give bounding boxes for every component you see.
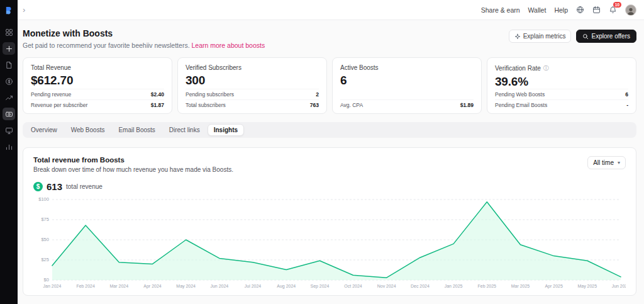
app-window: › Share & earn Wallet Help 10 [0, 0, 644, 304]
stat-label: Verified Subscribers [186, 64, 319, 71]
tabs-bar: Overview Web Boosts Email Boosts Direct … [23, 122, 636, 138]
main-column: › Share & earn Wallet Help 10 [18, 0, 644, 304]
stat-card-active-boosts: Active Boosts 6 Avg. CPA$1.89 [332, 57, 482, 114]
reports-bar-chart-icon[interactable] [3, 140, 15, 153]
stat-row: Total subscribers763 [186, 99, 319, 110]
total-revenue-row: $ 613 total revenue [33, 181, 626, 192]
explore-offers-label: Explore offers [591, 33, 630, 40]
total-revenue-value: 613 [47, 181, 62, 192]
share-earn-link[interactable]: Share & earn [481, 6, 520, 14]
svg-text:Jun 2025: Jun 2025 [612, 284, 626, 288]
svg-text:$75: $75 [41, 217, 48, 222]
chart-card-title: Total revenue from Boosts [33, 156, 233, 164]
notifications-button[interactable]: 10 [609, 6, 617, 14]
stat-rows: Pending Web Boosts6 Pending Email Boosts… [495, 89, 628, 110]
svg-text:Feb 2025: Feb 2025 [478, 284, 497, 288]
tab-direct-links[interactable]: Direct links [163, 124, 206, 136]
plus-icon [5, 45, 13, 53]
page-subtitle-text: Get paid to recommend your favorite beeh… [23, 42, 190, 49]
tab-insights[interactable]: Insights [208, 124, 244, 136]
stat-card-total-revenue: Total Revenue $612.70 Pending revenue$2.… [23, 57, 172, 114]
chart-card-header: Total revenue from Boosts Break down ove… [33, 156, 626, 173]
page-subtitle: Get paid to recommend your favorite beeh… [23, 42, 265, 49]
content-area: Monetize with Boosts Get paid to recomme… [18, 20, 644, 304]
tab-overview[interactable]: Overview [25, 124, 64, 136]
stat-value: 6 [340, 74, 474, 87]
svg-text:$50: $50 [41, 237, 48, 242]
svg-text:Jan 2024: Jan 2024 [43, 284, 62, 288]
explain-metrics-label: Explain metrics [523, 33, 566, 40]
chart-card-titles: Total revenue from Boosts Break down ove… [33, 156, 233, 173]
stat-row: Pending Web Boosts6 [495, 89, 628, 99]
chart-card-subtitle: Break down over time of how much revenue… [33, 166, 233, 173]
svg-text:$25: $25 [41, 257, 48, 262]
calendar-icon [592, 6, 601, 14]
dashboard-grid-icon[interactable] [3, 26, 15, 38]
svg-text:Mar 2024: Mar 2024 [110, 284, 129, 288]
svg-text:May 2025: May 2025 [578, 284, 597, 289]
svg-text:Aug 2024: Aug 2024 [277, 284, 296, 289]
stats-row: Total Revenue $612.70 Pending revenue$2.… [23, 57, 636, 114]
tab-email-boosts[interactable]: Email Boosts [112, 124, 161, 136]
svg-text:Sep 2024: Sep 2024 [310, 284, 329, 289]
topbar: › Share & earn Wallet Help 10 [18, 0, 644, 20]
stat-rows: Pending subscribers2 Total subscribers76… [186, 89, 319, 110]
calendar-button[interactable] [592, 6, 601, 14]
wallet-link[interactable]: Wallet [528, 6, 547, 14]
create-button[interactable] [3, 42, 15, 55]
search-icon [582, 33, 589, 40]
tab-web-boosts[interactable]: Web Boosts [65, 124, 111, 136]
svg-text:$0: $0 [44, 277, 49, 283]
sidebar-expand-chevron[interactable]: › [23, 6, 25, 14]
svg-text:Jul 2024: Jul 2024 [245, 284, 261, 288]
svg-text:$100: $100 [38, 196, 49, 202]
stat-value: 300 [186, 74, 319, 87]
stat-label: Active Boosts [340, 64, 474, 71]
globe-icon [576, 6, 584, 14]
revenue-chart-card: Total revenue from Boosts Break down ove… [23, 147, 636, 296]
svg-text:Jun 2024: Jun 2024 [211, 284, 229, 288]
stat-card-verified-subscribers: Verified Subscribers 300 Pending subscri… [177, 57, 327, 114]
stat-label: Verification Rate ⓘ [495, 64, 628, 72]
sidebar [0, 0, 18, 304]
boosts-icon[interactable] [3, 108, 15, 120]
beehiiv-logo[interactable] [3, 4, 14, 16]
stat-value: $612.70 [31, 74, 164, 87]
stat-row: Avg. CPA$1.89 [340, 99, 474, 110]
stat-row: Pending Email Boosts- [495, 99, 628, 110]
user-avatar[interactable] [625, 4, 636, 16]
explain-metrics-button[interactable]: Explain metrics [509, 30, 572, 43]
language-globe-button[interactable] [576, 6, 584, 14]
page-title: Monetize with Boosts [23, 28, 265, 38]
svg-text:Apr 2025: Apr 2025 [545, 284, 562, 289]
svg-text:Apr 2024: Apr 2024 [143, 284, 161, 289]
stat-row: Revenue per subscriber$1.87 [31, 99, 164, 110]
website-monitor-icon[interactable] [3, 124, 15, 137]
svg-text:Jan 2025: Jan 2025 [445, 284, 463, 288]
dollar-coin-icon: $ [33, 182, 43, 191]
stat-value: 39.6% [495, 75, 628, 89]
svg-text:Oct 2024: Oct 2024 [344, 284, 362, 288]
analytics-trend-icon[interactable] [3, 91, 15, 104]
page-header: Monetize with Boosts Get paid to recomme… [23, 28, 636, 49]
revenue-area-chart: $0$25$50$75$100Jan 2024Feb 2024Mar 2024A… [33, 194, 626, 290]
svg-text:Feb 2024: Feb 2024 [76, 284, 95, 288]
header-actions: Explain metrics Explore offers [509, 30, 636, 43]
time-range-select[interactable]: All time ▾ [587, 156, 626, 169]
stat-card-verification-rate: Verification Rate ⓘ 39.6% Pending Web Bo… [487, 57, 636, 114]
wallet-dollar-icon[interactable] [3, 75, 15, 87]
page-header-text: Monetize with Boosts Get paid to recomme… [23, 28, 265, 49]
svg-text:Mar 2025: Mar 2025 [511, 284, 530, 288]
help-link[interactable]: Help [554, 6, 568, 14]
stat-rows: Avg. CPA$1.89 [340, 99, 474, 110]
svg-text:May 2024: May 2024 [176, 284, 196, 289]
learn-more-link[interactable]: Learn more about boosts [191, 42, 265, 49]
total-revenue-label: total revenue [66, 183, 103, 190]
stat-row: Pending revenue$2.40 [31, 89, 164, 99]
stat-rows: Pending revenue$2.40 Revenue per subscri… [31, 89, 164, 110]
notification-badge: 10 [613, 2, 621, 8]
posts-icon[interactable] [3, 59, 15, 71]
info-icon[interactable]: ⓘ [543, 64, 549, 72]
explore-offers-button[interactable]: Explore offers [576, 30, 636, 43]
svg-text:Nov 2024: Nov 2024 [377, 284, 396, 288]
